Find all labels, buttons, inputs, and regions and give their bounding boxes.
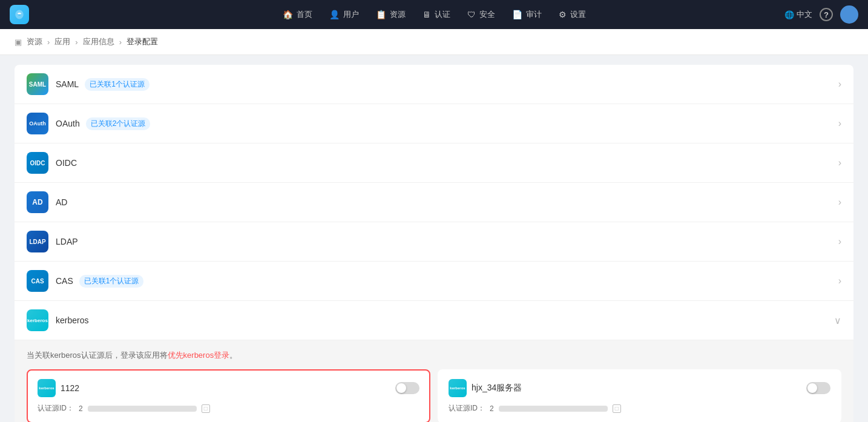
nav-users[interactable]: 👤 用户 xyxy=(322,5,366,24)
cas-arrow: › xyxy=(838,275,841,286)
topnav-menu: 🏠 首页 👤 用户 📋 资源 🖥 认证 🛡 安全 📄 审计 ⚙ 设置 xyxy=(275,5,593,24)
globe-icon: 🌐 xyxy=(784,10,794,19)
kerberos-chevron-down: ∨ xyxy=(834,315,841,326)
kerberos-card-1122-title: kerberos 1122 xyxy=(38,379,79,397)
nav-auth[interactable]: 🖥 认证 xyxy=(415,5,458,24)
breadcrumb-sep-3: › xyxy=(119,38,122,47)
kerberos-card-hjx34-id-label: 认证源ID： xyxy=(449,403,485,414)
breadcrumb: ▣ 资源 › 应用 › 应用信息 › 登录配置 xyxy=(0,29,868,55)
kerberos-card-1122[interactable]: kerberos 1122 认证源ID： 2 □ xyxy=(27,369,430,422)
kerberos-card-hjx34-name: hjx_34服务器 xyxy=(472,383,522,394)
protocol-item-ad[interactable]: AD AD › xyxy=(15,183,853,222)
security-icon: 🛡 xyxy=(467,10,476,19)
nav-home[interactable]: 🏠 首页 xyxy=(275,5,320,24)
auth-icon: 🖥 xyxy=(422,10,431,19)
protocol-item-ldap[interactable]: LDAP LDAP › xyxy=(15,222,853,262)
protocol-item-oauth[interactable]: OAuth OAuth 已关联2个认证源 › xyxy=(15,104,853,143)
saml-arrow: › xyxy=(838,79,841,90)
nav-resources[interactable]: 📋 资源 xyxy=(369,5,413,24)
oidc-icon: OIDC xyxy=(27,152,48,174)
breadcrumb-icon: ▣ xyxy=(15,38,22,47)
oauth-icon: OAuth xyxy=(27,113,48,134)
oauth-arrow: › xyxy=(838,118,841,129)
avatar[interactable] xyxy=(840,5,858,24)
oidc-arrow: › xyxy=(838,157,841,168)
kerberos-card-1122-id: 认证源ID： 2 □ xyxy=(38,403,419,414)
saml-badge: 已关联1个认证源 xyxy=(85,78,150,91)
kerberos-label: kerberos xyxy=(56,315,88,325)
breadcrumb-appinfo[interactable]: 应用信息 xyxy=(83,36,114,47)
ldap-label: LDAP xyxy=(56,237,78,246)
help-button[interactable]: ? xyxy=(820,8,833,21)
breadcrumb-sep-1: › xyxy=(47,38,50,47)
protocol-item-oidc[interactable]: OIDC OIDC › xyxy=(15,143,853,183)
kerberos-expanded-section: 当关联kerberos认证源后，登录该应用将优先kerberos登录。 kerb… xyxy=(15,340,853,422)
audit-icon: 📄 xyxy=(512,10,522,19)
breadcrumb-current: 登录配置 xyxy=(127,36,158,47)
kerberos-card-hjx34-title: kerberos hjx_34服务器 xyxy=(449,379,522,397)
nav-security[interactable]: 🛡 安全 xyxy=(460,5,502,24)
topnav: 🏠 首页 👤 用户 📋 资源 🖥 认证 🛡 安全 📄 审计 ⚙ 设置 xyxy=(0,0,868,29)
breadcrumb-sep-2: › xyxy=(75,38,77,47)
kerberos-card-1122-name: 1122 xyxy=(61,383,79,393)
settings-icon: ⚙ xyxy=(559,10,567,19)
kerberos-note: 当关联kerberos认证源后，登录该应用将优先kerberos登录。 xyxy=(27,350,841,361)
kerberos-card-1122-toggle[interactable] xyxy=(395,382,419,394)
oauth-label: OAuth xyxy=(56,119,80,128)
kerberos-card-hjx34-toggle[interactable] xyxy=(806,382,830,394)
kerberos-card-hjx34-copy-icon[interactable]: □ xyxy=(613,404,621,413)
kerberos-card-hjx34-icon: kerberos xyxy=(449,379,467,397)
oauth-badge: 已关联2个认证源 xyxy=(86,117,151,130)
kerberos-card-1122-id-label: 认证源ID： xyxy=(38,403,74,414)
kerberos-card-1122-header: kerberos 1122 xyxy=(38,379,419,397)
cas-badge: 已关联1个认证源 xyxy=(79,275,144,288)
ad-arrow: › xyxy=(838,197,841,208)
breadcrumb-apps[interactable]: 应用 xyxy=(54,36,70,47)
saml-icon: SAML xyxy=(27,73,48,95)
nav-settings[interactable]: ⚙ 设置 xyxy=(551,5,593,24)
help-icon: ? xyxy=(820,8,833,21)
kerberos-card-hjx34-id: 认证源ID： 2 □ xyxy=(449,403,830,414)
kerberos-cards-grid: kerberos 1122 认证源ID： 2 □ xyxy=(27,369,841,422)
saml-label: SAML xyxy=(56,79,79,89)
protocol-item-saml[interactable]: SAML SAML 已关联1个认证源 › xyxy=(15,65,853,104)
kerberos-card-hjx34[interactable]: kerberos hjx_34服务器 认证源ID： 2 □ xyxy=(438,369,841,422)
ldap-icon: LDAP xyxy=(27,231,48,252)
kerberos-card-1122-copy-icon[interactable]: □ xyxy=(202,404,210,413)
kerberos-card-hjx34-header: kerberos hjx_34服务器 xyxy=(449,379,830,397)
cas-label: CAS xyxy=(56,276,73,286)
protocol-list: SAML SAML 已关联1个认证源 › OAuth OAuth 已关联2个认证… xyxy=(15,65,853,422)
protocol-item-kerberos[interactable]: kerberos kerberos ∨ xyxy=(15,301,853,340)
ad-icon: AD xyxy=(27,191,48,213)
resources-icon: 📋 xyxy=(376,10,386,19)
cas-icon: CAS xyxy=(27,270,48,292)
oidc-label: OIDC xyxy=(56,158,77,168)
nav-audit[interactable]: 📄 审计 xyxy=(505,5,549,24)
language-selector[interactable]: 🌐 中文 xyxy=(784,9,812,20)
ad-label: AD xyxy=(56,197,67,207)
home-icon: 🏠 xyxy=(283,10,293,19)
protocol-item-cas[interactable]: CAS CAS 已关联1个认证源 › xyxy=(15,262,853,301)
main-content: SAML SAML 已关联1个认证源 › OAuth OAuth 已关联2个认证… xyxy=(0,55,868,422)
ldap-arrow: › xyxy=(838,236,841,247)
users-icon: 👤 xyxy=(329,10,340,19)
kerberos-card-hjx34-id-value xyxy=(499,406,608,412)
kerberos-note-highlight: 优先kerberos登录 xyxy=(168,351,230,360)
kerberos-card-1122-icon: kerberos xyxy=(38,379,56,397)
logo[interactable] xyxy=(10,5,29,24)
breadcrumb-resources[interactable]: 资源 xyxy=(27,36,42,47)
kerberos-icon: kerberos xyxy=(27,309,48,331)
topnav-right: 🌐 中文 ? xyxy=(784,5,858,24)
kerberos-card-1122-id-value xyxy=(88,406,197,412)
